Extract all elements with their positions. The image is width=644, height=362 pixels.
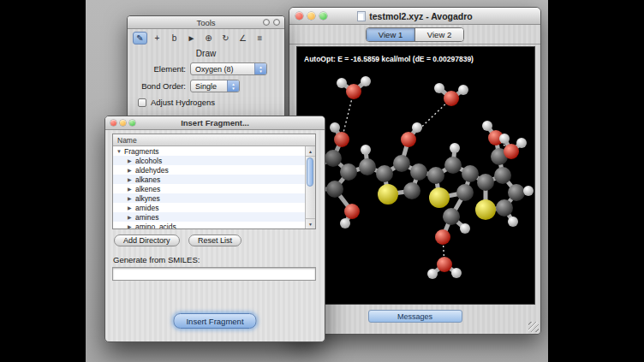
window-title: testmol2.xyz - Avogadro bbox=[369, 11, 473, 21]
smiles-label: Generate from SMILES: bbox=[113, 255, 200, 264]
scrollbar-thumb[interactable] bbox=[307, 157, 313, 187]
fragment-row[interactable]: ▶aldehydes bbox=[113, 165, 306, 175]
fragment-row[interactable]: ▶alkenes bbox=[113, 184, 306, 193]
zoom-button[interactable] bbox=[319, 12, 327, 20]
tools-titlebar[interactable]: Tools bbox=[128, 16, 284, 29]
fragment-row[interactable]: ▶amino_acids bbox=[113, 222, 306, 228]
bond-order-dropdown[interactable]: Single ▲▼ bbox=[190, 80, 240, 92]
document-icon bbox=[357, 11, 366, 21]
insert-fragment-button[interactable]: Insert Fragment bbox=[173, 313, 256, 329]
fragment-label: alkynes bbox=[135, 194, 160, 203]
measure-tool-icon[interactable]: ∠ bbox=[236, 32, 250, 45]
manipulate-tool-icon[interactable]: ⊕ bbox=[201, 32, 216, 45]
fragment-scrollbar[interactable]: ▲ ▼ bbox=[305, 146, 315, 228]
fragment-label: Fragments bbox=[124, 147, 159, 156]
tools-title: Tools bbox=[196, 18, 215, 27]
element-row: Element: Oxygen (8) ▲▼ bbox=[134, 62, 277, 75]
close-button[interactable] bbox=[295, 12, 303, 20]
fragment-row[interactable]: ▼Fragments bbox=[113, 146, 306, 156]
tab-view-2[interactable]: View 2 bbox=[414, 28, 463, 41]
list-header-name[interactable]: Name bbox=[113, 134, 315, 146]
expand-icon[interactable]: ▶ bbox=[128, 223, 135, 228]
messages-button[interactable]: Messages bbox=[368, 310, 462, 323]
view-segmented-control: View 1 View 2 bbox=[366, 27, 464, 42]
expand-icon[interactable]: ▶ bbox=[128, 167, 135, 173]
element-label: Element: bbox=[134, 64, 186, 74]
close-palette-button[interactable] bbox=[273, 19, 280, 26]
fragment-label: alkanes bbox=[135, 175, 160, 184]
navigate-tool-icon[interactable]: + bbox=[150, 32, 164, 45]
dialog-titlebar[interactable]: Insert Fragment... bbox=[105, 116, 325, 130]
auto-rotate-tool-icon[interactable]: ↻ bbox=[218, 32, 233, 45]
fragment-row[interactable]: ▶alkynes bbox=[113, 193, 306, 203]
fragment-row[interactable]: ▶alkanes bbox=[113, 175, 306, 184]
fragment-listbox: Name ▼Fragments▶alcohols▶aldehydes▶alkan… bbox=[112, 134, 316, 229]
fragment-label: alcohols bbox=[135, 157, 162, 165]
autoopt-overlay: AutoOpt: E = -16.5859 kcal/mol (dE = 0.0… bbox=[304, 55, 474, 63]
adjust-hydrogens-checkbox[interactable] bbox=[138, 98, 146, 107]
fragment-label: amides bbox=[135, 204, 158, 212]
view-tabbar: View 1 View 2 bbox=[289, 25, 540, 45]
molecule-graphic bbox=[297, 47, 534, 304]
fragment-row[interactable]: ▶amides bbox=[113, 203, 306, 212]
bond-order-row: Bond Order: Single ▲▼ bbox=[134, 80, 277, 92]
scroll-down-icon[interactable]: ▼ bbox=[306, 218, 315, 228]
selection-tool-icon[interactable]: ► bbox=[184, 32, 199, 45]
tool-section-title: Draw bbox=[128, 49, 284, 58]
scroll-up-icon[interactable]: ▲ bbox=[306, 146, 315, 157]
adjust-hydrogens-row: Adjust Hydrogens bbox=[138, 98, 284, 107]
dialog-close-button[interactable] bbox=[110, 120, 116, 126]
popup-arrows-icon: ▲▼ bbox=[254, 63, 266, 74]
fragment-list: ▼Fragments▶alcohols▶aldehydes▶alkanes▶al… bbox=[113, 146, 306, 228]
resize-grip[interactable] bbox=[528, 322, 539, 332]
tools-window: Tools ✎+b►⊕↻∠≡ Draw Element: Oxygen (8) … bbox=[127, 15, 285, 121]
dialog-minimize-button[interactable] bbox=[120, 120, 126, 126]
add-directory-button[interactable]: Add Directory bbox=[114, 234, 180, 246]
insert-fragment-dialog: Insert Fragment... Name ▼Fragments▶alcoh… bbox=[104, 116, 325, 342]
bond-centric-tool-icon[interactable]: b bbox=[167, 32, 182, 45]
minimize-button[interactable] bbox=[307, 12, 315, 20]
tab-view-1[interactable]: View 1 bbox=[367, 28, 414, 41]
reset-list-button[interactable]: Reset List bbox=[188, 234, 242, 246]
expand-icon[interactable]: ▶ bbox=[128, 195, 135, 201]
expand-icon[interactable]: ▶ bbox=[128, 157, 135, 163]
draw-tool-icon[interactable]: ✎ bbox=[133, 32, 147, 45]
tools-toolbar: ✎+b►⊕↻∠≡ bbox=[128, 29, 284, 46]
fragment-row[interactable]: ▶alcohols bbox=[113, 156, 306, 165]
float-button[interactable] bbox=[263, 19, 270, 26]
element-dropdown[interactable]: Oxygen (8) ▲▼ bbox=[190, 62, 267, 75]
expand-icon[interactable]: ▶ bbox=[128, 186, 135, 192]
bond-order-label: Bond Order: bbox=[134, 81, 186, 91]
expand-icon[interactable]: ▶ bbox=[128, 176, 135, 182]
fragment-label: amines bbox=[135, 213, 158, 222]
gl-viewport[interactable]: AutoOpt: E = -16.5859 kcal/mol (dE = 0.0… bbox=[296, 46, 535, 305]
element-value: Oxygen (8) bbox=[195, 65, 247, 74]
fragment-label: aldehydes bbox=[135, 166, 169, 175]
fragment-row[interactable]: ▶amines bbox=[113, 212, 306, 222]
expand-icon[interactable]: ▶ bbox=[128, 214, 135, 220]
expand-icon[interactable]: ▶ bbox=[128, 205, 135, 211]
popup-arrows-icon: ▲▼ bbox=[227, 80, 239, 92]
smiles-input[interactable] bbox=[112, 267, 316, 281]
avogadro-main-window: testmol2.xyz - Avogadro View 1 View 2 bbox=[289, 7, 541, 335]
fragment-label: alkenes bbox=[135, 185, 160, 193]
collapse-icon[interactable]: ▼ bbox=[116, 149, 124, 154]
fragment-label: amino_acids bbox=[135, 223, 176, 229]
bond-order-value: Single bbox=[195, 82, 230, 91]
align-tool-icon[interactable]: ≡ bbox=[253, 32, 267, 45]
dialog-title: Insert Fragment... bbox=[181, 118, 249, 128]
main-titlebar[interactable]: testmol2.xyz - Avogadro bbox=[289, 8, 540, 25]
dialog-zoom-button[interactable] bbox=[129, 120, 135, 126]
adjust-hydrogens-label: Adjust Hydrogens bbox=[151, 98, 215, 107]
